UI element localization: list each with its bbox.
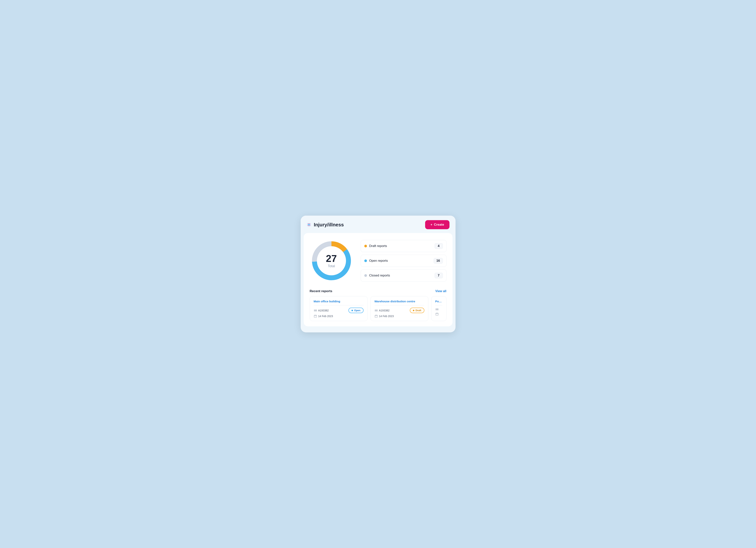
open-count: 16 [434,258,443,263]
card-1-divider [314,305,364,306]
top-section: 27 Total Draft reports 4 Open reports [310,239,446,283]
recent-reports-header: Recent reports View all [310,289,446,293]
card-1-meta: A193382 Open [314,308,364,318]
card-2-status-label: Draft [415,309,421,312]
date-icon-2 [375,315,378,318]
card-1-id: A193382 [318,309,329,312]
svg-rect-7 [314,310,314,312]
card-2-id: A193382 [379,309,390,312]
svg-rect-16 [375,310,375,312]
stat-row-open[interactable]: Open reports 16 [361,255,446,267]
svg-rect-17 [375,310,376,312]
date-icon [314,315,317,318]
date-icon-3 [435,313,439,316]
draft-dot [364,245,367,247]
donut-chart: 27 Total [310,239,353,283]
open-dot [364,259,367,262]
stat-row-closed[interactable]: Closed reports 7 [361,269,446,282]
card-2-title: Warehouse distribution centre [375,300,424,303]
page-title: Injury/illness [314,222,344,228]
svg-rect-27 [437,309,437,310]
card-2-status-badge: Draft [410,308,424,313]
card-3-divider [435,305,442,306]
app-card: Injury/illness + Create [301,215,456,333]
report-card-2[interactable]: Warehouse distribution centre [371,296,428,321]
closed-label: Closed reports [369,273,390,278]
card-1-status-dot [351,310,353,311]
svg-rect-12 [314,315,317,318]
card-2-meta: A193382 Draft [375,308,424,318]
svg-rect-18 [376,310,376,312]
svg-rect-30 [436,313,438,316]
id-icon [314,309,317,312]
card-2-date: 14 Feb 2023 [379,315,394,318]
app-header: Injury/illness + Create [301,215,456,233]
donut-total-number: 27 [326,253,337,263]
create-button[interactable]: + Create [425,220,449,229]
view-all-link[interactable]: View all [435,290,446,293]
open-label: Open reports [369,259,388,263]
report-cards: Main office building [310,296,446,321]
report-stats: Draft reports 4 Open reports 16 Closed r… [361,240,446,282]
svg-rect-20 [377,310,378,312]
svg-rect-21 [375,315,378,318]
header-left: Injury/illness [306,222,344,228]
injury-icon [306,222,312,228]
main-content: 27 Total Draft reports 4 Open reports [304,233,453,326]
card-1-status-label: Open [354,309,360,312]
report-card-1[interactable]: Main office building [310,296,368,321]
stat-row-draft[interactable]: Draft reports 4 [361,240,446,252]
donut-total-label: Total [326,264,337,268]
create-label: Create [434,223,444,226]
report-card-3[interactable]: Poc... [431,296,446,321]
svg-rect-25 [436,309,436,310]
recent-title: Recent reports [310,289,332,293]
create-plus: + [430,223,432,226]
card-1-date: 14 Feb 2023 [318,315,333,318]
svg-rect-29 [438,309,438,310]
card-1-title: Main office building [314,300,364,303]
donut-center: 27 Total [326,253,337,268]
id-icon-2 [375,309,378,312]
card-3-title: Poc... [435,300,442,303]
draft-label: Draft reports [369,244,387,248]
svg-rect-11 [316,310,317,312]
svg-rect-9 [315,310,315,312]
svg-rect-10 [316,310,316,312]
svg-rect-28 [437,309,438,310]
closed-dot [364,274,367,277]
draft-count: 4 [435,243,443,249]
card-1-status-badge: Open [348,308,363,313]
closed-count: 7 [435,273,443,279]
card-2-divider [375,305,424,306]
card-3-meta [435,308,442,316]
card-2-status-dot [413,310,414,311]
id-icon-3 [435,308,439,311]
